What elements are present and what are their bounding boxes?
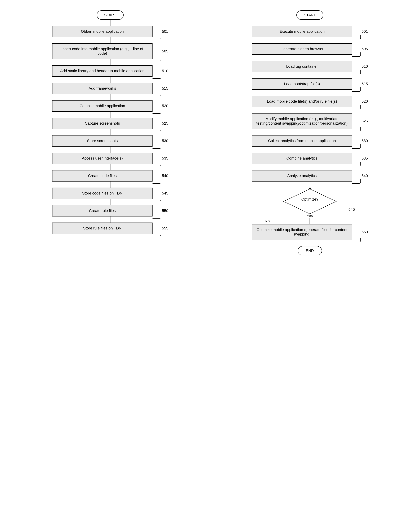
step-525-wrapper: Capture screenshots 525 bbox=[52, 118, 168, 129]
step-601-box: Execute mobile application bbox=[252, 26, 352, 37]
end-terminal: END bbox=[298, 246, 322, 255]
step-620-box: Load mobile code file(s) and/or rule fil… bbox=[252, 96, 352, 107]
step-540-num: 540 bbox=[162, 174, 168, 178]
step-610-wrapper: Load tag container 610 bbox=[252, 61, 368, 72]
step-625-box: Modify mobile application (e.g., multiva… bbox=[252, 113, 352, 129]
step-505-num: 505 bbox=[162, 49, 168, 53]
step-550-wrapper: Create rule files 550 bbox=[52, 205, 168, 216]
step-555-num: 555 bbox=[162, 226, 168, 230]
right-start-terminal: START bbox=[296, 10, 323, 20]
step-510-wrapper: Add static library and header to mobile … bbox=[52, 65, 168, 77]
step-630-num: 630 bbox=[361, 139, 368, 143]
step-605-num: 605 bbox=[361, 47, 368, 51]
step-601-num: 601 bbox=[361, 29, 368, 34]
no-label: No bbox=[265, 219, 270, 223]
step-545-num: 545 bbox=[162, 191, 168, 195]
step-530-num: 530 bbox=[162, 139, 168, 143]
step-635-num: 635 bbox=[361, 156, 368, 161]
step-525-box: Capture screenshots bbox=[52, 118, 152, 129]
step-515-box: Add frameworks bbox=[52, 83, 152, 94]
step-625-num: 625 bbox=[361, 119, 368, 123]
step-610-num: 610 bbox=[361, 64, 368, 69]
step-615-box: Load bootstrap file(s) bbox=[252, 78, 352, 90]
step-550-num: 550 bbox=[162, 208, 168, 213]
step-640-num: 640 bbox=[361, 174, 368, 178]
step-545-wrapper: Store code files on TDN 545 bbox=[52, 188, 168, 199]
step-550-box: Create rule files bbox=[52, 205, 152, 216]
step-605-box: Generate hidden browser bbox=[252, 43, 352, 55]
step-535-num: 535 bbox=[162, 156, 168, 161]
step-510-box: Add static library and header to mobile … bbox=[52, 65, 152, 77]
step-520-box: Compile mobile application bbox=[52, 100, 152, 111]
diamond-645-svg: Optimize? bbox=[282, 188, 338, 215]
step-620-num: 620 bbox=[361, 99, 368, 104]
step-635-box: Combine analytics bbox=[252, 153, 352, 164]
step-540-box: Create code files bbox=[52, 170, 152, 182]
step-530-box: Store screenshots bbox=[52, 135, 152, 147]
svg-marker-0 bbox=[284, 189, 336, 214]
step-510-num: 510 bbox=[162, 69, 168, 73]
step-530-wrapper: Store screenshots 530 bbox=[52, 135, 168, 147]
step-635-wrapper: Combine analytics 635 bbox=[252, 153, 368, 164]
step-645-num: 645 bbox=[348, 207, 355, 212]
step-515-num: 515 bbox=[162, 86, 168, 91]
step-555-box: Store rule files on TDN bbox=[52, 223, 152, 234]
left-start-terminal: START bbox=[97, 10, 123, 20]
step-630-box: Collect analytics from mobile applicatio… bbox=[252, 135, 352, 147]
step-605-wrapper: Generate hidden browser 605 bbox=[252, 43, 368, 55]
step-630-wrapper: Collect analytics from mobile applicatio… bbox=[252, 135, 368, 147]
yes-label: Yes bbox=[307, 214, 313, 218]
step-505-wrapper: Insert code into mobile application (e.g… bbox=[52, 43, 168, 59]
step-540-wrapper: Create code files 540 bbox=[52, 170, 168, 182]
step-601-wrapper: Execute mobile application 601 bbox=[252, 26, 368, 37]
step-620-wrapper: Load mobile code file(s) and/or rule fil… bbox=[252, 96, 368, 107]
step-650-box: Optimize mobile application (generate fi… bbox=[252, 224, 352, 240]
step-505-box: Insert code into mobile application (e.g… bbox=[52, 43, 152, 59]
step-535-box: Access user interface(s) bbox=[52, 153, 152, 164]
step-501-box: Obtain mobile application bbox=[52, 26, 152, 37]
step-615-num: 615 bbox=[361, 82, 368, 86]
step-515-wrapper: Add frameworks 515 bbox=[52, 83, 168, 94]
step-640-box: Analyze analytics bbox=[252, 170, 352, 182]
step-555-wrapper: Store rule files on TDN 555 bbox=[52, 223, 168, 234]
step-525-num: 525 bbox=[162, 121, 168, 126]
step-640-wrapper: Analyze analytics 640 bbox=[252, 170, 368, 182]
step-501-wrapper: Obtain mobile application 501 bbox=[52, 26, 168, 37]
step-520-num: 520 bbox=[162, 104, 168, 108]
step-615-wrapper: Load bootstrap file(s) 615 bbox=[252, 78, 368, 90]
step-535-wrapper: Access user interface(s) 535 bbox=[52, 153, 168, 164]
step-650-wrapper: Optimize mobile application (generate fi… bbox=[252, 224, 368, 240]
step-625-wrapper: Modify mobile application (e.g., multiva… bbox=[252, 113, 368, 129]
step-610-box: Load tag container bbox=[252, 61, 352, 72]
step-520-wrapper: Compile mobile application 520 bbox=[52, 100, 168, 111]
step-545-box: Store code files on TDN bbox=[52, 188, 152, 199]
svg-text:Optimize?: Optimize? bbox=[301, 197, 318, 201]
step-650-num: 650 bbox=[361, 230, 368, 234]
step-501-num: 501 bbox=[162, 29, 168, 34]
diamond-645-wrapper: Optimize? 645 bbox=[282, 188, 338, 215]
